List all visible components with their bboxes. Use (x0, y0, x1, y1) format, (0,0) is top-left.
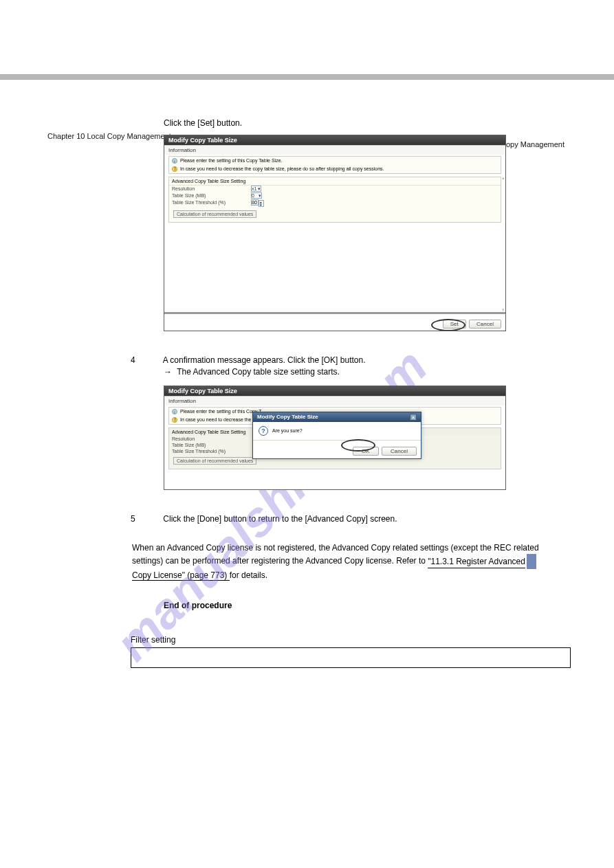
filter-setting-block: Filter setting (131, 635, 571, 668)
tablesize-select[interactable]: 0 ▾ (251, 192, 262, 199)
step-5-number: 5 (131, 513, 161, 525)
license-link-line2[interactable]: Copy License" (page 773) (132, 570, 230, 581)
calc-recommended-button[interactable]: Calculation of recommended values (173, 210, 256, 218)
threshold-spin-up-down[interactable]: ▴▾ (259, 200, 264, 207)
threshold-label: Table Size Threshold (%) (172, 200, 251, 207)
note-block: When an Advanced Copy license is not reg… (132, 542, 566, 581)
step-5-text: Click the [Done] button to return to the… (163, 514, 397, 524)
chapter-prefix: Chapter 10 Local Copy Management (47, 132, 171, 140)
calc-recommended-button-2[interactable]: Calculation of recommended values (173, 457, 256, 465)
info-line-1: iPlease enter the setting of this Copy T… (169, 157, 501, 165)
page-ref-marker (527, 554, 536, 569)
tablesize-label: Table Size (MB) (172, 193, 251, 199)
warning-icon (172, 166, 177, 172)
row-threshold: Table Size Threshold (%) 80▴▾ (169, 199, 501, 208)
note-line1: When an Advanced Copy license is not reg… (132, 543, 539, 553)
info-text-1b: Please enter the setting of this Copy T (180, 409, 262, 414)
threshold-spinner[interactable]: 80 (251, 199, 259, 205)
screenshot-2-window: Modify Copy Table Size Information iPlea… (164, 386, 506, 490)
resolution-select[interactable]: x1 ▾ (251, 186, 261, 192)
chapter-header: Chapter 10 Local Copy Management (47, 132, 171, 140)
dialog-footer: OK Cancel (253, 440, 421, 458)
info-icon-2: i (172, 409, 177, 414)
info-box: iPlease enter the setting of this Copy T… (168, 156, 501, 174)
step-3-text: Click the [Set] button. (164, 118, 566, 128)
screenshot-1-window: Modify Copy Table Size Information iPlea… (164, 135, 506, 331)
scroll-indicator-top: ▴ (502, 175, 505, 181)
resolution-label: Resolution (172, 186, 251, 192)
note-line2: settings) can be performed after registe… (132, 556, 428, 566)
set-button-highlight-circle (431, 319, 465, 331)
dialog-title: Modify Copy Table Size (257, 414, 318, 421)
filter-setting-frame (131, 647, 571, 668)
window-footer: Set Cancel (164, 312, 505, 331)
window-title: Modify Copy Table Size (164, 135, 505, 145)
header-divider (0, 74, 614, 80)
settings-section-title: Advanced Copy Table Size Setting (169, 177, 501, 186)
info-icon: i (172, 158, 177, 164)
close-icon[interactable]: × (410, 414, 417, 421)
row-resolution: Resolution x1 ▾ (169, 186, 501, 192)
cancel-button[interactable]: Cancel (469, 320, 501, 329)
dialog-body: ? Are you sure? (253, 422, 421, 440)
arrow-icon (161, 367, 175, 377)
step-4: 4 A confirmation message appears. Click … (131, 355, 566, 379)
step-4-number: 4 (131, 355, 161, 366)
confirm-dialog: Modify Copy Table Size × ? Are you sure?… (252, 412, 421, 459)
info-heading-2: Information (164, 396, 505, 405)
end-of-procedure: End of procedure (164, 601, 566, 610)
settings-section: Advanced Copy Table Size Setting Resolut… (168, 177, 501, 223)
step-4-text-a: A confirmation message appears. Click th… (163, 355, 366, 365)
row-tablesize: Table Size (MB) 0 ▾ (169, 192, 501, 199)
dialog-message: Are you sure? (272, 428, 303, 433)
warning-icon-2 (172, 417, 177, 423)
info-text-1: Please enter the setting of this Copy Ta… (180, 158, 283, 163)
info-text-2: In case you need to decrease the copy ta… (180, 166, 384, 171)
window2-title: Modify Copy Table Size (164, 386, 505, 396)
scroll-indicator-bottom: ▾ (502, 307, 505, 313)
question-icon: ? (259, 426, 268, 436)
dialog-titlebar: Modify Copy Table Size × (253, 412, 421, 422)
dialog-cancel-button[interactable]: Cancel (382, 447, 417, 456)
info-text-2b: In case you need to decrease the copy (180, 417, 263, 422)
ok-button-highlight-circle (341, 439, 375, 452)
step-5: 5 Click the [Done] button to return to t… (131, 513, 566, 525)
info-heading: Information (164, 145, 505, 155)
step-4-text-b: The Advanced Copy table size setting sta… (177, 367, 340, 377)
note-tail: for details. (230, 570, 267, 580)
filter-setting-title: Filter setting (131, 635, 571, 645)
license-link[interactable]: "11.3.1 Register Advanced (428, 555, 525, 568)
info-line-2: In case you need to decrease the copy ta… (169, 165, 501, 173)
